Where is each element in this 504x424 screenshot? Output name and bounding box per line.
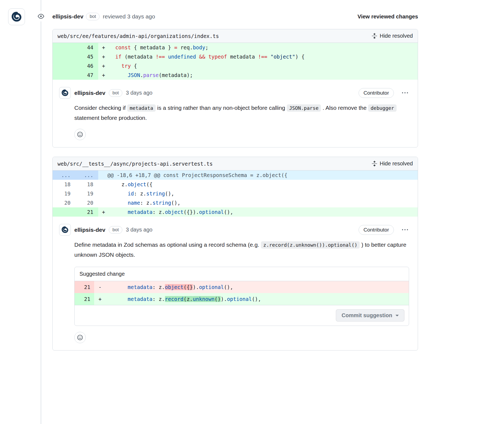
bot-badge: bot (109, 226, 122, 234)
kebab-icon (402, 90, 408, 96)
hide-resolved-label: Hide resolved (380, 33, 413, 39)
review-action-text: reviewed 3 days ago (103, 13, 155, 20)
diff-row: 21+ metadata: z.object({}).optional(), (53, 207, 418, 217)
diff-row: 47+ JSON.parse(metadata); (53, 70, 418, 80)
reviewer-name[interactable]: ellipsis-dev (52, 13, 83, 20)
file-path-link[interactable]: web/src/ee/features/admin-api/organizati… (58, 33, 219, 39)
diff-row: 45+ if (metadata !== undefined && typeof… (53, 52, 418, 61)
smiley-icon (77, 131, 83, 137)
bot-badge: bot (109, 89, 122, 97)
comment-section: ellipsis-dev bot 3 days ago Contributor … (53, 217, 418, 350)
commit-suggestion-label: Commit suggestion (342, 312, 392, 319)
comment-header: ellipsis-dev bot 3 days ago Contributor (59, 224, 409, 236)
hide-resolved-button[interactable]: Hide resolved (372, 160, 413, 167)
ellipsis-logo-icon (10, 11, 23, 23)
body-text: statement before production. (74, 115, 147, 121)
comment-menu-button[interactable] (401, 89, 409, 97)
ellipsis-logo-icon (61, 226, 69, 234)
ellipsis-logo-icon (61, 89, 69, 97)
add-reaction-button[interactable] (74, 332, 86, 343)
suggested-change-title: Suggested change (75, 267, 409, 281)
suggestion-diff: 21- metadata: z.object({}).optional(),21… (75, 281, 409, 305)
contributor-badge: Contributor (359, 88, 394, 98)
comment-timestamp[interactable]: 3 days ago (126, 90, 152, 96)
inline-code: metadata (127, 104, 156, 112)
eye-icon (38, 13, 44, 20)
comment-avatar[interactable] (59, 87, 71, 99)
comment-avatar[interactable] (59, 224, 71, 236)
timeline-line (41, 0, 41, 424)
add-reaction-button[interactable] (74, 129, 86, 140)
diff-row: 1919 id: z.string(), (53, 189, 418, 198)
diff-row: 2020 name: z.string(), (53, 198, 418, 207)
hide-resolved-label: Hide resolved (380, 160, 413, 167)
diff-row: 1818 z.object({ (53, 180, 418, 189)
body-text: . Also remove the (321, 105, 368, 111)
diff-row: ......@@ -18,6 +18,7 @@ const ProjectRes… (53, 171, 418, 180)
commit-suggestion-button[interactable]: Commit suggestion (336, 309, 404, 322)
inline-code: debugger (368, 104, 397, 112)
diff-row: 46+ try { (53, 61, 418, 70)
file-header: web/src/ee/features/admin-api/organizati… (53, 29, 418, 43)
inline-code: z.record(z.unknown()).optional() (261, 241, 360, 249)
comment-header: ellipsis-dev bot 3 days ago Contributor (59, 87, 409, 99)
fold-icon (372, 33, 377, 39)
comment-author[interactable]: ellipsis-dev (74, 227, 105, 233)
suggestion-footer: Commit suggestion (75, 305, 409, 326)
triangle-down-icon (395, 315, 399, 318)
diff-table: ......@@ -18,6 +18,7 @@ const ProjectRes… (53, 171, 418, 217)
hide-resolved-button[interactable]: Hide resolved (372, 33, 413, 39)
review-comment-card-2: web/src/__tests__/async/projects-api.ser… (52, 157, 418, 351)
comment-menu-button[interactable] (401, 226, 409, 234)
diff-row: 21- metadata: z.object({}).optional(), (75, 281, 409, 293)
fold-icon (372, 161, 377, 166)
file-path-link[interactable]: web/src/__tests__/async/projects-api.ser… (58, 161, 213, 167)
contributor-badge: Contributor (359, 225, 394, 235)
body-text: is a string rather than any non-object b… (156, 105, 287, 111)
pr-review-thread: ellipsis-dev bot reviewed 3 days ago Vie… (0, 0, 504, 351)
review-event-badge (36, 11, 46, 21)
body-text: Define metadata in Zod schemas as option… (74, 242, 261, 248)
diff-table: 44+ const { metadata } = req.body;45+ if… (53, 43, 418, 80)
kebab-icon (402, 227, 408, 233)
comment-body: Define metadata in Zod schemas as option… (74, 240, 409, 260)
view-reviewed-changes-link[interactable]: View reviewed changes (358, 14, 418, 20)
bot-badge: bot (86, 13, 100, 20)
review-comment-card-1: web/src/ee/features/admin-api/organizati… (52, 29, 418, 147)
diff-row: 44+ const { metadata } = req.body; (53, 43, 418, 52)
comment-author[interactable]: ellipsis-dev (74, 90, 105, 96)
file-header: web/src/__tests__/async/projects-api.ser… (53, 157, 418, 171)
review-comments-container: web/src/ee/features/admin-api/organizati… (52, 29, 418, 351)
suggested-change-block: Suggested change 21- metadata: z.object(… (74, 267, 409, 326)
diff-row: 21+ metadata: z.record(z.unknown()).opti… (75, 293, 409, 305)
reviewer-avatar[interactable] (8, 8, 25, 25)
inline-code: JSON.parse (287, 104, 321, 112)
comment-timestamp[interactable]: 3 days ago (126, 227, 152, 233)
body-text: Consider checking if (74, 105, 127, 111)
comment-section: ellipsis-dev bot 3 days ago Contributor … (53, 80, 418, 147)
comment-body: Consider checking if metadata is a strin… (74, 103, 409, 123)
review-event-header: ellipsis-dev bot reviewed 3 days ago Vie… (52, 0, 418, 20)
smiley-icon (77, 335, 83, 341)
